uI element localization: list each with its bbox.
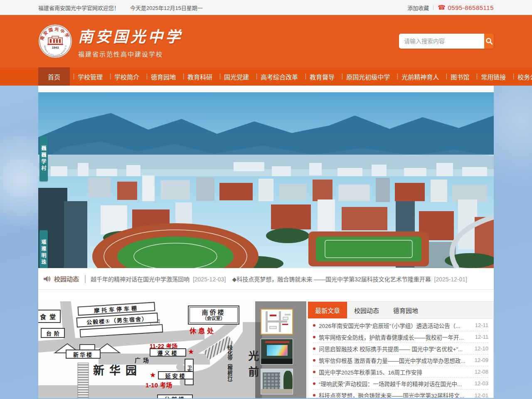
main-nav: 首页 学校管理 学校简介 德育园地 教育科研 国光党建 高考综合改革 教育督导 … bbox=[0, 67, 532, 86]
map-label-zunyi-building: 遵义楼 bbox=[150, 348, 186, 357]
main-content: 巍巍学村 璀璨明珠 校园动态 越千年的精神对话在国光中学激荡回响 [2025-1… bbox=[38, 86, 494, 398]
bullet-icon bbox=[313, 394, 315, 397]
bullet-icon bbox=[313, 347, 315, 350]
map-label-fenbu-building: 分部楼 bbox=[157, 394, 193, 398]
school-name: 南安国光中学 bbox=[78, 25, 183, 46]
nav-item-moral-education[interactable]: 德育园地 bbox=[143, 67, 180, 86]
map-label-xinhua-garden: 新华园 bbox=[93, 362, 142, 378]
campus-map-slide[interactable]: 食堂 台阶 摩托车停车棚 公毅楼①（男生宿舍） 新华楼 广场 新华园 11-22… bbox=[38, 301, 306, 398]
news-list-item[interactable]: 筑牢信仰根基 激昂青春力量——国光中学成功举办思想政... 12-09 bbox=[313, 355, 488, 366]
nav-item-common-links[interactable]: 常用链接 bbox=[473, 67, 510, 86]
top-bar: 福建省南安国光中学官网欢迎您！ 今天是2025年12月15日星期一 添加收藏 ☎… bbox=[0, 0, 532, 15]
map-label-xinhua-building: 新华楼 bbox=[66, 350, 101, 359]
tab-campus-news[interactable]: 校园动态 bbox=[347, 302, 386, 318]
search-button[interactable] bbox=[484, 34, 494, 49]
bullet-icon bbox=[313, 324, 315, 327]
news-list-item[interactable]: “理响武荣”声动校园：一场跨越千年的精神对话在国光中... 12-03 bbox=[313, 378, 488, 389]
ticker-news-item[interactable]: 越千年的精神对话在国光中学激荡回响 [2025-12-03] bbox=[91, 275, 232, 283]
bullet-icon bbox=[313, 371, 315, 373]
news-list-item[interactable]: 筑牢网络安全防线，护航青春健康成长——我校初一年开... 12-11 bbox=[313, 331, 488, 343]
classroom-screen bbox=[267, 345, 288, 356]
news-ticker: 校园动态 越千年的精神对话在国光中学激荡回响 [2025-12-03] ◆科技点… bbox=[38, 268, 494, 290]
logo-year: 1943 bbox=[52, 46, 59, 49]
map-star-marker: ★ bbox=[150, 372, 156, 379]
news-list-item[interactable]: 问思启智融技术 校际携手共提质—— 国光中学“名优校+”... 12-10 bbox=[313, 343, 488, 355]
speaker-icon bbox=[43, 276, 51, 282]
site-header: 南安国光中学 1943 NANAN GUOGUANG MIDDLE SCHOOL… bbox=[0, 15, 532, 67]
ticker-news-date: [2025-12-03] bbox=[193, 276, 226, 283]
hero-vertical-banner-top: 巍巍学村 bbox=[39, 136, 48, 181]
map-label-steps: 台阶 bbox=[41, 328, 65, 338]
nav-item-gaokao-reform[interactable]: 高考综合改革 bbox=[253, 67, 302, 86]
thumbnail-map-preview bbox=[261, 310, 292, 334]
ticker-news-item[interactable]: ◆科技点亮梦想，融合铸就未来 ——国光中学第32届科技文化艺术节隆重开幕 [20… bbox=[232, 275, 467, 283]
ticker-news-date: [2025-12-01] bbox=[434, 276, 467, 283]
nav-item-home[interactable]: 首页 bbox=[38, 67, 70, 86]
campus-aerial-illustration bbox=[38, 92, 494, 268]
news-list-item[interactable]: 国光中学2025年秋季第15、16周工作安排 12-08 bbox=[313, 366, 488, 378]
phone-icon: ☎ bbox=[438, 4, 446, 11]
hero-campus-image[interactable]: 巍巍学村 璀璨明珠 bbox=[38, 92, 494, 268]
news-panel: 最新文章 校园动态 德育园地 2026年南安国光中学“启辰班”（小学组）遴选活动… bbox=[308, 301, 494, 398]
phone-number: ☎ 0595-86585115 bbox=[438, 4, 494, 11]
hero-vertical-banner-bottom: 璀璨明珠 bbox=[39, 230, 48, 268]
nav-item-education-supervision[interactable]: 教育督导 bbox=[302, 67, 338, 86]
map-label-greenbelt: 绿化带（榕树行） bbox=[226, 345, 233, 397]
divider bbox=[433, 5, 433, 10]
map-label-yanan-building: 延安楼 bbox=[158, 371, 194, 379]
nav-item-guangqian-spirit[interactable]: 光前精神育人 bbox=[394, 67, 443, 86]
tab-moral-education[interactable]: 德育园地 bbox=[386, 302, 425, 318]
school-subtitle: 福建省示范性高中建设学校 bbox=[78, 49, 183, 58]
classroom-banner bbox=[265, 341, 289, 343]
add-favorite-link[interactable]: 添加收藏 bbox=[407, 4, 429, 12]
map-star-marker: ★ bbox=[188, 348, 194, 355]
nav-item-junior-school[interactable]: 原国光初级中学 bbox=[338, 67, 394, 86]
classroom-audience bbox=[261, 359, 293, 364]
search-icon bbox=[485, 37, 493, 45]
nav-item-library[interactable]: 图书馆 bbox=[443, 67, 473, 86]
carousel-thumbnail-classroom[interactable] bbox=[261, 339, 293, 365]
divider bbox=[85, 275, 86, 283]
nav-item-education-research[interactable]: 教育科研 bbox=[180, 67, 216, 86]
news-list-item[interactable]: 2026年南安国光中学“启辰班”（小学组）遴选活动公告（... 12-11 bbox=[313, 320, 488, 331]
map-label-exam-1-10: 1-10 考场 bbox=[145, 380, 172, 389]
building-photo-tree bbox=[283, 371, 293, 391]
map-label-nanqiao-building: 南侨楼 （会议室） bbox=[188, 305, 239, 325]
map-label-canteen: 食堂 bbox=[38, 310, 61, 323]
map-label-rest-area: 休息处 bbox=[190, 325, 216, 335]
bullet-icon bbox=[313, 382, 315, 385]
carousel-thumbnail-building[interactable] bbox=[261, 369, 293, 394]
tab-latest-articles[interactable]: 最新文章 bbox=[308, 302, 347, 318]
bullet-icon bbox=[313, 336, 315, 338]
nav-item-school-affairs[interactable]: 校务公开 bbox=[510, 67, 532, 86]
welcome-text: 福建省南安国光中学官网欢迎您！ bbox=[38, 4, 119, 12]
nav-item-school-intro[interactable]: 学校简介 bbox=[106, 67, 143, 86]
search-input[interactable] bbox=[399, 34, 484, 49]
nav-item-school-management[interactable]: 学校管理 bbox=[70, 67, 106, 86]
building-photo-path bbox=[261, 389, 293, 394]
news-list: 2026年南安国光中学“启辰班”（小学组）遴选活动公告（... 12-11 筑牢… bbox=[308, 319, 493, 398]
building-photo-block bbox=[263, 372, 280, 390]
nav-item-party-building[interactable]: 国光党建 bbox=[216, 67, 253, 86]
news-tabs: 最新文章 校园动态 德育园地 bbox=[308, 302, 493, 319]
search-box bbox=[399, 34, 494, 49]
school-logo: 南安国光中学 1943 NANAN GUOGUANG MIDDLE SCHOOL bbox=[38, 24, 72, 58]
today-date: 今天是2025年12月15日星期一 bbox=[130, 4, 203, 12]
ticker-label: 校园动态 bbox=[43, 274, 79, 283]
news-list-item[interactable]: 科技点亮梦想，融合铸就未来——国光中学第32届科技文... 12-01 bbox=[313, 389, 488, 398]
carousel-thumbnail-map[interactable] bbox=[261, 309, 293, 335]
bullet-icon bbox=[313, 359, 315, 362]
